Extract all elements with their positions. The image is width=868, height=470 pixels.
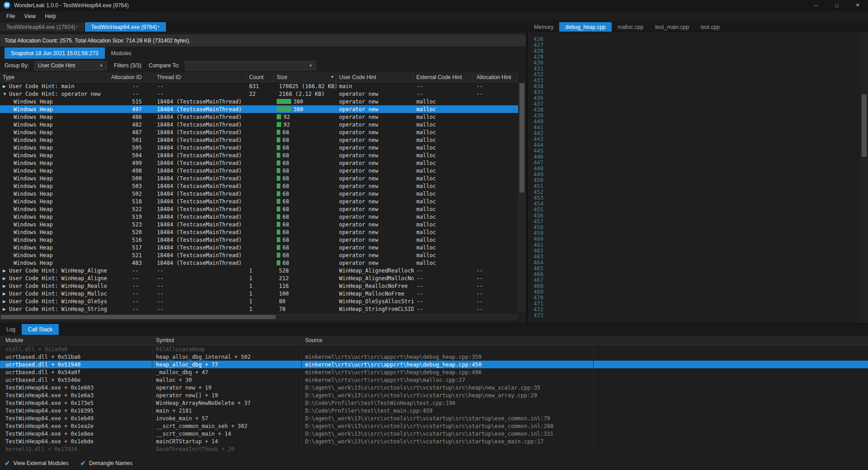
allocation-table-horizontal-scrollbar[interactable] <box>0 314 518 320</box>
callstack-row[interactable]: TestWinHeap64.exe + 0x16395 main + 2181 … <box>0 407 868 414</box>
column-header-symbol[interactable]: Symbol <box>152 335 302 345</box>
column-header-user-code-hint[interactable]: User Code Hint <box>336 72 414 82</box>
allocation-row[interactable]: Windows Heap 515 18484 (TestcaseMainThre… <box>0 98 518 105</box>
allocation-row[interactable]: Windows Heap 486 18484 (TestcaseMainThre… <box>0 113 518 121</box>
expand-arrow-icon[interactable]: ▶ <box>3 299 9 304</box>
callstack-row[interactable]: kernel32.dll + 0x17034 BaseThreadInitThu… <box>0 445 868 453</box>
horizontal-scrollbar-thumb[interactable] <box>1 315 276 319</box>
callstack-row[interactable]: ucrtbased.dll + 0x54a0f _malloc_dbg + 47… <box>0 368 868 376</box>
callstack-row[interactable]: TestWinHeap64.exe + 0x1ebde mainCRTStart… <box>0 437 868 445</box>
allocation-row[interactable]: Windows Heap 518 18484 (TestcaseMainThre… <box>0 197 518 205</box>
compare-to-dropdown[interactable]: ▼ <box>185 61 316 70</box>
menu-item[interactable]: View <box>19 11 40 22</box>
allocation-row[interactable]: Windows Heap 523 18484 (TestcaseMainThre… <box>0 221 518 228</box>
allocation-row[interactable]: Windows Heap 482 18484 (TestcaseMainThre… <box>0 121 518 128</box>
allocation-row[interactable]: ▶User Code Hint: WinHeap_Reallo -- -- 1 … <box>0 282 518 290</box>
allocation-row[interactable]: ▶User Code Hint: WinHeap_Aligne -- -- 1 … <box>0 267 518 274</box>
column-header-module[interactable]: Module <box>0 335 152 345</box>
callstack-row[interactable]: TestWinHeap64.exe + 0x1e603 operator new… <box>0 384 868 391</box>
allocation-row[interactable]: Windows Heap 522 18484 (TestcaseMainThre… <box>0 205 518 213</box>
allocation-row[interactable]: Windows Heap 505 18484 (TestcaseMainThre… <box>0 144 518 151</box>
maximize-button[interactable]: □ <box>826 0 847 10</box>
allocation-row[interactable]: Windows Heap 498 18484 (TestcaseMainThre… <box>0 167 518 174</box>
column-header-size[interactable]: Size ▼ <box>274 72 336 82</box>
allocation-row[interactable]: Windows Heap 517 18484 (TestcaseMainThre… <box>0 244 518 251</box>
menu-item[interactable]: Help <box>40 11 61 22</box>
column-header-count[interactable]: Count <box>246 72 274 82</box>
callstack-row[interactable]: ucrtbased.dll + 0x5546e malloc + 30 mink… <box>0 376 868 384</box>
checkbox-option[interactable]: ✔ Demangle Names <box>80 459 132 467</box>
view-tab[interactable]: Snapshot 18 Jun 2021 15:01:56:273 <box>5 47 105 59</box>
allocation-row[interactable]: Windows Heap 497 18484 (TestcaseMainThre… <box>0 105 518 113</box>
minimize-button[interactable]: ─ <box>806 0 826 10</box>
process-tab[interactable]: TestWinHeap64.exe (17924)* <box>0 22 84 32</box>
code-line: 468 <box>528 283 868 289</box>
allocation-row[interactable]: Windows Heap 504 18484 (TestcaseMainThre… <box>0 151 518 159</box>
allocation-row[interactable]: Windows Heap 483 18484 (TestcaseMainThre… <box>0 259 518 267</box>
cell-allocation-hint: -- <box>474 282 518 290</box>
cell-symbol: heap_alloc_dbg + 77 <box>152 361 302 368</box>
callstack-row[interactable]: ntdll.dll + 0x2a9a0 RtlAllocateHeap <box>0 345 868 353</box>
allocation-row[interactable]: ▼User Code Hint: operator new -- -- 22 2… <box>0 90 518 98</box>
vertical-scrollbar-thumb[interactable] <box>862 94 867 157</box>
group-by-dropdown[interactable]: User Code Hint ▼ <box>34 61 107 70</box>
allocation-row[interactable]: ▶User Code Hint: WinHeap_Malloc -- -- 1 … <box>0 290 518 297</box>
column-header-allocation-id[interactable]: Allocation ID <box>108 72 154 82</box>
view-tab[interactable]: Modules <box>105 47 138 59</box>
callstack-row[interactable]: TestWinHeap64.exe + 0x173e5 WinHeap_Arra… <box>0 399 868 407</box>
allocation-row[interactable]: Windows Heap 502 18484 (TestcaseMainThre… <box>0 190 518 197</box>
allocation-row[interactable]: Windows Heap 499 18484 (TestcaseMainThre… <box>0 159 518 167</box>
menu-item[interactable]: File <box>2 11 19 22</box>
column-header-source[interactable]: Source <box>302 335 594 345</box>
expand-arrow-icon[interactable]: ▶ <box>3 307 9 311</box>
expand-arrow-icon[interactable]: ▶ <box>3 268 9 273</box>
allocation-row[interactable]: Windows Heap 519 18484 (TestcaseMainThre… <box>0 213 518 221</box>
checkbox-option[interactable]: ✔ View External Modules <box>5 459 68 467</box>
allocation-row[interactable]: ▶User Code Hint: WinHeap_Aligne -- -- 1 … <box>0 274 518 282</box>
column-header-allocation-hint[interactable]: Allocation Hint <box>474 72 518 82</box>
close-button[interactable]: ✕ <box>847 0 868 10</box>
allocation-row[interactable]: Windows Heap 487 18484 (TestcaseMainThre… <box>0 128 518 136</box>
file-tab[interactable]: malloc.cpp <box>612 22 649 32</box>
allocation-row[interactable]: ▶User Code Hint: main -- -- 831 170825 (… <box>0 82 518 90</box>
allocation-row[interactable]: Windows Heap 520 18484 (TestcaseMainThre… <box>0 228 518 236</box>
column-header-thread-id[interactable]: Thread ID <box>154 72 246 82</box>
column-header-type[interactable]: Type <box>0 72 108 82</box>
expand-arrow-icon[interactable]: ▶ <box>3 284 9 288</box>
callstack-row[interactable]: TestWinHeap64.exe + 0x1e6a3 operator new… <box>0 391 868 399</box>
callstack-row[interactable]: TestWinHeap64.exe + 0x1e8ee __scrt_commo… <box>0 430 868 437</box>
bottom-tab[interactable]: Log <box>0 324 22 335</box>
process-tab[interactable]: TestWinHeap64.exe (9764)* <box>85 22 166 32</box>
code-line: 471 <box>528 301 868 307</box>
file-tab[interactable]: debug_heap.cpp <box>559 22 611 32</box>
expand-arrow-icon[interactable]: ▶ <box>3 291 9 296</box>
allocation-row[interactable]: Windows Heap 503 18484 (TestcaseMainThre… <box>0 182 518 190</box>
allocation-row[interactable]: Windows Heap 500 18484 (TestcaseMainThre… <box>0 174 518 182</box>
file-tab[interactable]: test_main.cpp <box>649 22 695 32</box>
allocation-table-vertical-scrollbar[interactable] <box>518 82 526 313</box>
filters-button[interactable]: Filters (3/3) <box>112 62 143 69</box>
file-tab[interactable]: test.cpp <box>695 22 726 32</box>
cell-spacer <box>594 376 868 384</box>
callstack-row[interactable]: ucrtbased.dll + 0x51940 heap_alloc_dbg +… <box>0 361 868 368</box>
dirty-indicator: * <box>158 25 160 29</box>
expand-arrow-icon[interactable]: ▶ <box>3 84 9 89</box>
expand-arrow-icon[interactable]: ▼ <box>3 92 9 96</box>
expand-arrow-icon[interactable]: ▶ <box>3 276 9 281</box>
allocation-row[interactable]: Windows Heap 521 18484 (TestcaseMainThre… <box>0 251 518 259</box>
bottom-tab[interactable]: Call Stack <box>22 324 59 335</box>
column-header-size-label: Size <box>277 74 287 80</box>
vertical-scrollbar-thumb[interactable] <box>519 83 524 193</box>
callstack-row[interactable]: TestWinHeap64.exe + 0x1eb49 invoke_main … <box>0 414 868 422</box>
type-label: Windows Heap <box>14 129 53 136</box>
allocation-row[interactable]: ▶User Code Hint: WinHeap_String -- -- 1 … <box>0 305 518 313</box>
source-vertical-scrollbar[interactable] <box>860 33 868 323</box>
cell-size: 68 <box>274 190 336 197</box>
allocation-row[interactable]: Windows Heap 501 18484 (TestcaseMainThre… <box>0 136 518 144</box>
allocation-row[interactable]: ▶User Code Hint: WinHeap_OleSys -- -- 1 … <box>0 297 518 305</box>
callstack-row[interactable]: ucrtbased.dll + 0x51ba6 heap_alloc_dbg_i… <box>0 353 868 361</box>
callstack-row[interactable]: TestWinHeap64.exe + 0x1ea2e __scrt_commo… <box>0 422 868 430</box>
column-header-external-code-hint[interactable]: External Code Hint <box>414 72 474 82</box>
allocation-row[interactable]: Windows Heap 516 18484 (TestcaseMainThre… <box>0 236 518 244</box>
file-tab[interactable]: Memory <box>528 22 559 32</box>
